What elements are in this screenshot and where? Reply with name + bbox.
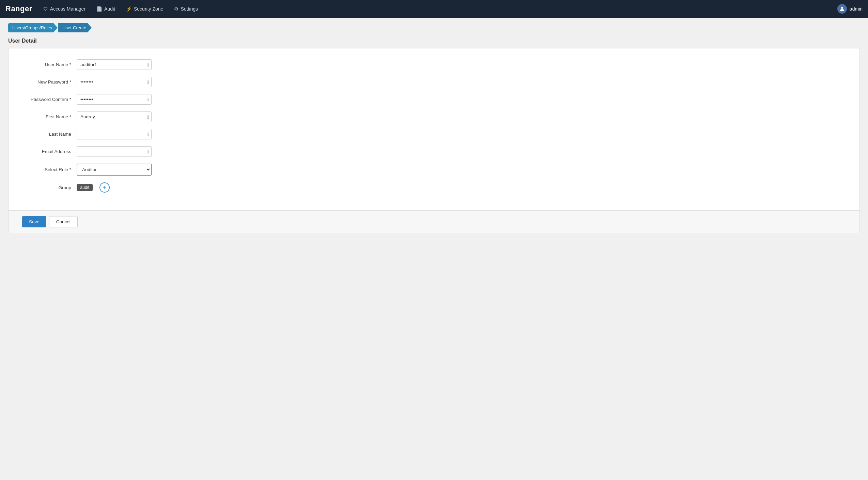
username-input[interactable] [77,59,152,70]
nav-settings-label: Settings [181,6,198,12]
group-row: Group audit + [22,182,846,193]
last-name-info-icon[interactable]: ℹ [147,132,149,137]
section-title: User Detail [8,38,860,44]
password-confirm-label: Password Confirm * [22,97,77,102]
nav-settings[interactable]: ⚙ Settings [169,0,203,18]
cancel-button[interactable]: Cancel [49,216,78,227]
new-password-info-icon[interactable]: ℹ [147,79,149,85]
last-name-label: Last Name [22,132,77,137]
nav-security-zone-label: Security Zone [134,6,163,12]
select-role-dropdown[interactable]: Auditor Admin User Key Admin [77,164,152,176]
group-tag-audit: audit [77,184,93,191]
last-name-row: Last Name ℹ [22,129,846,139]
settings-icon: ⚙ [174,6,179,12]
email-row: Email Address ℹ [22,146,846,157]
security-zone-icon: ⚡ [126,6,132,12]
navbar: Ranger 🛡 Access Manager 📄 Audit ⚡ Securi… [0,0,868,18]
last-name-input-wrapper: ℹ [77,129,152,139]
email-input[interactable] [77,146,152,157]
first-name-label: First Name * [22,114,77,119]
username-label: User Name * [22,62,77,67]
avatar [837,4,847,14]
admin-username: admin [850,6,863,12]
breadcrumb-item-label-1: User Create [62,25,86,30]
first-name-info-icon[interactable]: ℹ [147,114,149,120]
email-input-wrapper: ℹ [77,146,152,157]
nav-access-manager[interactable]: 🛡 Access Manager [38,0,91,18]
shield-icon: 🛡 [43,6,48,12]
new-password-row: New Password * ℹ [22,77,846,87]
svg-point-0 [841,7,843,9]
select-role-label: Select Role * [22,167,77,172]
email-info-icon[interactable]: ℹ [147,149,149,154]
audit-icon: 📄 [96,6,102,12]
group-content: audit + [77,182,110,193]
username-info-icon[interactable]: ℹ [147,62,149,68]
username-row: User Name * ℹ [22,59,846,70]
breadcrumb-users-groups-roles[interactable]: Users/Groups/Roles [8,23,58,32]
first-name-input[interactable] [77,111,152,122]
first-name-input-wrapper: ℹ [77,111,152,122]
breadcrumb: Users/Groups/Roles User Create [8,23,860,32]
first-name-row: First Name * ℹ [22,111,846,122]
nav-audit-label: Audit [104,6,115,12]
nav-access-manager-label: Access Manager [50,6,86,12]
breadcrumb-user-create[interactable]: User Create [58,23,92,32]
nav-security-zone[interactable]: ⚡ Security Zone [121,0,169,18]
last-name-input[interactable] [77,129,152,139]
form-card: User Name * ℹ New Password * ℹ [8,48,860,233]
page-content: Users/Groups/Roles User Create User Deta… [0,18,868,239]
nav-audit[interactable]: 📄 Audit [91,0,121,18]
username-input-wrapper: ℹ [77,59,152,70]
group-label: Group [22,185,77,190]
new-password-input-wrapper: ℹ [77,77,152,87]
nav-links: 🛡 Access Manager 📄 Audit ⚡ Security Zone… [38,0,837,18]
breadcrumb-item-label-0: Users/Groups/Roles [12,25,52,30]
password-confirm-info-icon[interactable]: ℹ [147,97,149,102]
select-role-row: Select Role * Auditor Admin User Key Adm… [22,164,846,176]
form-footer: Save Cancel [9,210,859,233]
password-confirm-input-wrapper: ℹ [77,94,152,105]
new-password-label: New Password * [22,79,77,85]
brand-logo[interactable]: Ranger [5,4,32,13]
new-password-input[interactable] [77,77,152,87]
email-label: Email Address [22,149,77,154]
select-role-input-wrapper: Auditor Admin User Key Admin [77,164,152,176]
password-confirm-input[interactable] [77,94,152,105]
password-confirm-row: Password Confirm * ℹ [22,94,846,105]
admin-user[interactable]: admin [837,4,863,14]
save-button[interactable]: Save [22,216,46,227]
navbar-right: admin [837,4,863,14]
add-group-button[interactable]: + [99,182,110,193]
form-body: User Name * ℹ New Password * ℹ [9,48,859,210]
